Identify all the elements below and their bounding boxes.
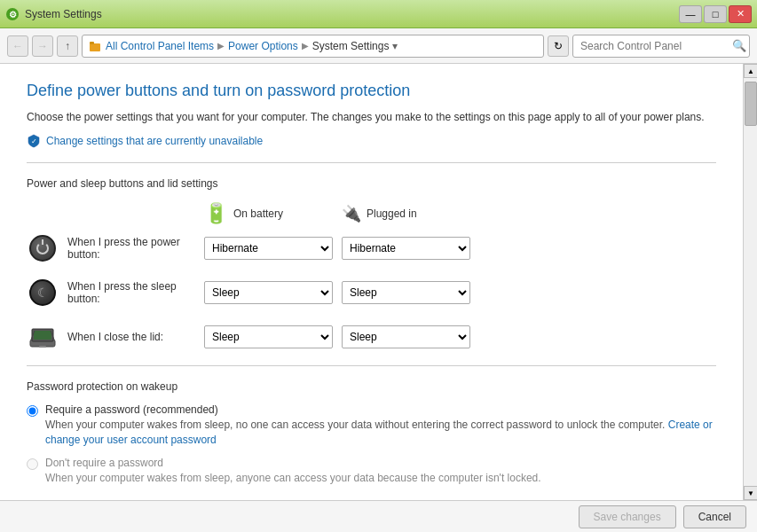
svg-text:✓: ✓ bbox=[31, 137, 37, 145]
breadcrumb: All Control Panel Items ▶ Power Options … bbox=[82, 35, 544, 58]
sleep-plugged-select[interactable]: Do nothing Sleep Hibernate Shut down Tur… bbox=[342, 281, 470, 304]
window-title: System Settings bbox=[25, 8, 102, 20]
forward-button[interactable]: → bbox=[32, 35, 53, 57]
power-button-label: When I press the power button: bbox=[67, 236, 204, 261]
refresh-icon: ↻ bbox=[554, 40, 563, 52]
lid-battery-select[interactable]: Do nothing Sleep Hibernate Shut down Tur… bbox=[204, 325, 333, 348]
scroll-down-button[interactable]: ▼ bbox=[744, 486, 757, 500]
close-button[interactable]: ✕ bbox=[729, 5, 752, 23]
sleep-button-label: When I press the sleep button: bbox=[67, 280, 204, 305]
section1-title: Power and sleep buttons and lid settings bbox=[27, 177, 716, 190]
folder-icon bbox=[88, 39, 102, 53]
sleep-button-row: ☾ When I press the sleep button: Do noth… bbox=[27, 277, 716, 309]
save-button[interactable]: Save changes bbox=[579, 505, 676, 528]
maximize-button[interactable]: □ bbox=[704, 5, 727, 23]
laptop-lid-icon bbox=[28, 324, 58, 350]
password-section-title: Password protection on wakeup bbox=[27, 380, 716, 393]
footer: Save changes Cancel bbox=[0, 500, 757, 532]
address-bar: ← → ↑ All Control Panel Items ▶ Power Op… bbox=[0, 28, 757, 64]
lid-plugged-select[interactable]: Do nothing Sleep Hibernate Shut down Tur… bbox=[342, 325, 470, 348]
svg-rect-3 bbox=[90, 42, 94, 44]
up-button[interactable]: ↑ bbox=[57, 35, 78, 57]
refresh-button[interactable]: ↻ bbox=[548, 35, 569, 57]
search-icon[interactable]: 🔍 bbox=[732, 39, 746, 52]
require-password-option: Require a password (recommended) When yo… bbox=[27, 403, 716, 448]
up-arrow-icon: ↑ bbox=[65, 40, 70, 52]
lid-row: When I close the lid: Do nothing Sleep H… bbox=[27, 321, 716, 353]
window-controls: — □ ✕ bbox=[679, 5, 752, 23]
require-password-label: Require a password (recommended) bbox=[45, 403, 716, 416]
page-description: Choose the power settings that you want … bbox=[27, 109, 716, 125]
change-settings-text: Change settings that are currently unava… bbox=[46, 135, 263, 147]
breadcrumb-sep-1: ▶ bbox=[217, 41, 225, 51]
svg-rect-2 bbox=[90, 43, 100, 51]
require-password-content: Require a password (recommended) When yo… bbox=[45, 403, 716, 448]
back-arrow-icon: ← bbox=[12, 40, 23, 52]
svg-rect-8 bbox=[39, 346, 46, 348]
cancel-button[interactable]: Cancel bbox=[683, 505, 746, 528]
plug-icon: 🔌 bbox=[342, 204, 361, 223]
battery-icon: 🔋 bbox=[204, 202, 228, 225]
breadcrumb-root[interactable]: All Control Panel Items bbox=[106, 40, 214, 52]
column-headers: 🔋 On battery 🔌 Plugged in bbox=[204, 202, 716, 225]
no-password-desc: When your computer wakes from sleep, any… bbox=[45, 471, 541, 486]
moon-icon: ☾ bbox=[37, 286, 49, 300]
scroll-thumb[interactable] bbox=[745, 82, 757, 126]
scroll-track[interactable] bbox=[744, 78, 757, 486]
sleep-battery-select[interactable]: Do nothing Sleep Hibernate Shut down Tur… bbox=[204, 281, 333, 304]
scrollbar: ▲ ▼ bbox=[743, 64, 757, 500]
on-battery-label: On battery bbox=[233, 207, 283, 220]
password-section: Password protection on wakeup Require a … bbox=[27, 380, 716, 485]
require-password-radio[interactable] bbox=[27, 405, 38, 417]
divider-1 bbox=[27, 162, 716, 163]
content-area: Define power buttons and turn on passwor… bbox=[0, 64, 743, 500]
app-icon: ⚙ bbox=[5, 7, 20, 21]
svg-text:⚙: ⚙ bbox=[9, 10, 17, 20]
plugged-in-header: 🔌 Plugged in bbox=[342, 202, 470, 225]
breadcrumb-current: System Settings bbox=[312, 40, 390, 52]
scroll-up-button[interactable]: ▲ bbox=[744, 64, 757, 78]
power-button-row: When I press the power button: Do nothin… bbox=[27, 232, 716, 264]
svg-rect-7 bbox=[34, 331, 51, 340]
power-battery-select[interactable]: Do nothing Sleep Hibernate Shut down Tur… bbox=[204, 237, 333, 260]
breadcrumb-sep-2: ▶ bbox=[302, 41, 309, 51]
shield-icon: ✓ bbox=[27, 134, 41, 148]
lid-label: When I close the lid: bbox=[67, 331, 204, 343]
search-input[interactable] bbox=[572, 35, 750, 58]
change-settings-link[interactable]: ✓ Change settings that are currently una… bbox=[27, 134, 716, 148]
no-password-label: Don't require a password bbox=[45, 457, 541, 469]
title-bar: ⚙ System Settings — □ ✕ bbox=[0, 0, 757, 28]
power-plugged-select[interactable]: Do nothing Sleep Hibernate Shut down Tur… bbox=[342, 237, 470, 260]
search-wrapper: 🔍 bbox=[572, 35, 750, 58]
require-password-desc: When your computer wakes from sleep, no … bbox=[45, 418, 716, 448]
on-battery-header: 🔋 On battery bbox=[204, 202, 333, 225]
lid-icon bbox=[27, 321, 59, 353]
no-password-content: Don't require a password When your compu… bbox=[45, 457, 541, 486]
breadcrumb-dropdown-icon[interactable]: ▾ bbox=[392, 40, 398, 52]
page-title: Define power buttons and turn on passwor… bbox=[27, 82, 716, 100]
back-button[interactable]: ← bbox=[7, 35, 28, 57]
power-button-icon bbox=[27, 232, 59, 264]
breadcrumb-power[interactable]: Power Options bbox=[228, 40, 298, 52]
divider-2 bbox=[27, 365, 716, 366]
no-password-option: Don't require a password When your compu… bbox=[27, 457, 716, 486]
plugged-in-label: Plugged in bbox=[367, 207, 417, 220]
no-password-radio[interactable] bbox=[27, 458, 38, 470]
forward-arrow-icon: → bbox=[37, 40, 48, 52]
sleep-button-icon: ☾ bbox=[27, 277, 59, 309]
minimize-button[interactable]: — bbox=[679, 5, 702, 23]
